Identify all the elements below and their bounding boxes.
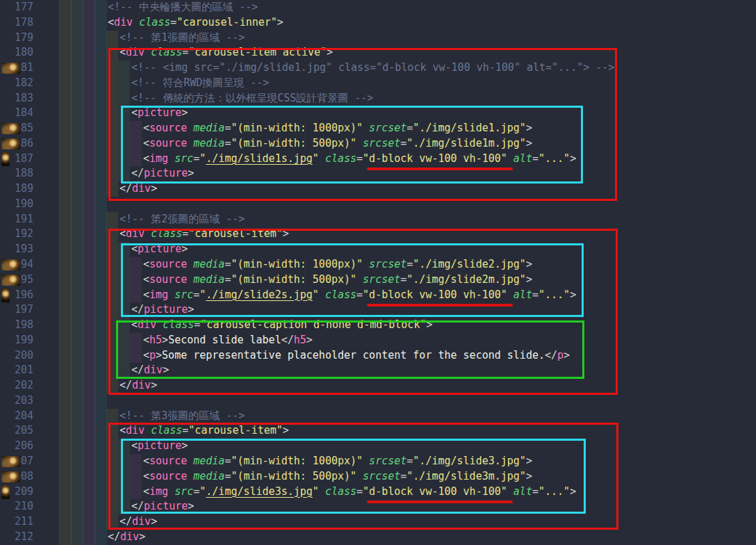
line-number[interactable]: 179 [0, 31, 33, 46]
code-line[interactable]: 193<picture> [0, 242, 756, 257]
code-line[interactable]: 198<div class="carousel-caption d-none d… [0, 318, 756, 333]
code-line[interactable]: 200<p>Some representative placeholder co… [0, 348, 756, 364]
indent-guide-block [130, 257, 142, 272]
code-line[interactable]: 205<div class="carousel-item"> [0, 423, 756, 439]
line-number[interactable]: 190 [0, 197, 33, 212]
image-preview-thumbnail [1, 456, 20, 467]
indent-guide-block [106, 166, 118, 181]
punctuation-token: = [400, 137, 406, 149]
code-line[interactable]: 195<source media="(min-width: 500px)" sr… [0, 272, 756, 288]
line-number[interactable]: 211 [0, 514, 33, 530]
code-line[interactable]: 188</picture> [0, 166, 756, 181]
code-line[interactable]: 185<source media="(min-width: 1000px)" s… [0, 121, 756, 136]
code-line[interactable]: 186<source media="(min-width: 500px)" sr… [0, 136, 756, 152]
line-number[interactable]: 212 [0, 530, 33, 545]
code-line[interactable]: 203 [0, 393, 756, 409]
code-line[interactable]: 197</picture> [0, 302, 756, 318]
punctuation-token: = [356, 152, 363, 165]
punctuation-token: > [526, 273, 532, 286]
code-line[interactable]: 182<!-- 符合RWD換圖呈現 --> [0, 76, 756, 91]
punctuation-token: </ [120, 379, 132, 391]
line-number[interactable]: 204 [0, 409, 33, 424]
line-number[interactable]: 199 [0, 333, 33, 348]
code-line[interactable]: 191<!-- 第2張圖的區域 --> [0, 212, 756, 227]
code-line[interactable]: 201</div> [0, 363, 756, 378]
image-preview-thumbnail [1, 123, 20, 134]
comment-token: <!-- 符合RWD換圖呈現 --> [131, 76, 269, 89]
line-number[interactable]: 183 [0, 91, 33, 106]
line-number[interactable]: 210 [0, 499, 33, 514]
code-line[interactable]: 208<source media="(min-width: 500px)" sr… [0, 469, 756, 485]
code-line[interactable]: 211</div> [0, 514, 756, 530]
tag-name-token: h5 [149, 334, 162, 346]
punctuation-token: < [143, 152, 149, 165]
line-number[interactable]: 178 [0, 15, 33, 31]
indent-guide-block [106, 363, 118, 378]
punctuation-token: > [526, 258, 532, 270]
code-text: <div class="carousel-item active"> [120, 45, 333, 60]
line-number[interactable]: 203 [0, 393, 33, 409]
code-line[interactable]: 187<img src="./img/slide1s.jpg" class="d… [0, 152, 756, 167]
punctuation-token: < [120, 424, 126, 437]
code-line[interactable]: 183<!-- 傳統的方法：以外框呈現CSS設計背景圖 --> [0, 91, 756, 106]
string-token: " [199, 485, 206, 498]
tag-name-token: picture [144, 167, 188, 179]
string-token: "d-block vw-100 vh-100" [363, 152, 507, 165]
code-line[interactable]: 206<picture> [0, 439, 756, 454]
code-lines[interactable]: 177<!-- 中央輪播大圖的區域 -->178<div class="caro… [0, 0, 756, 545]
line-number[interactable]: 206 [0, 439, 33, 454]
line-number[interactable]: 201 [0, 363, 33, 378]
code-line[interactable]: 212</div> [0, 530, 756, 545]
image-preview-thumbnail [1, 63, 20, 74]
code-line[interactable]: 204<!-- 第3張圖的區域 --> [0, 409, 756, 424]
line-number[interactable]: 182 [0, 76, 33, 91]
file-link-token[interactable]: ./img/slide2s.jpg [206, 288, 313, 301]
punctuation-token: </ [131, 364, 144, 376]
line-number[interactable]: 191 [0, 212, 33, 227]
line-number[interactable]: 177 [0, 0, 33, 15]
line-number[interactable]: 202 [0, 378, 33, 393]
code-line[interactable]: 190 [0, 197, 756, 212]
code-line[interactable]: 196<img src="./img/slide2s.jpg" class="d… [0, 288, 756, 303]
indent-guide-block [118, 469, 130, 485]
code-line[interactable]: 184<picture> [0, 106, 756, 121]
file-link-token[interactable]: ./img/slide1s.jpg [206, 152, 313, 165]
punctuation-token: < [131, 318, 138, 331]
line-number[interactable]: 188 [0, 166, 33, 181]
code-line[interactable]: 209<img src="./img/slide3s.jpg" class="d… [0, 485, 756, 500]
code-line[interactable]: 192<div class="carousel-item"> [0, 227, 756, 242]
line-number[interactable]: 192 [0, 227, 33, 242]
comment-token: <!-- 第2張圖的區域 --> [120, 213, 245, 225]
tag-name-token: div [126, 424, 145, 437]
code-line[interactable]: 177<!-- 中央輪播大圖的區域 --> [0, 0, 756, 15]
code-line[interactable]: 199<h5>Second slide label</h5> [0, 333, 756, 348]
indent-guide-block [118, 439, 130, 454]
attribute-name-token: srcset [363, 455, 406, 467]
punctuation-token: < [143, 122, 149, 134]
line-number[interactable]: 197 [0, 302, 33, 318]
line-number[interactable]: 205 [0, 423, 33, 439]
line-number[interactable]: 200 [0, 348, 33, 364]
code-line[interactable]: 179<!-- 第1張圖的區域 --> [0, 31, 756, 46]
line-number[interactable]: 184 [0, 106, 33, 121]
code-line[interactable]: 207<source media="(min-width: 1000px)" s… [0, 454, 756, 469]
code-line[interactable]: 189</div> [0, 181, 756, 197]
line-number[interactable]: 193 [0, 242, 33, 257]
code-line[interactable]: 178<div class="carousel-inner"> [0, 15, 756, 31]
string-token: "..." [539, 152, 570, 165]
file-link-token[interactable]: ./img/slide3s.jpg [206, 485, 313, 498]
string-token: "..." [539, 485, 570, 498]
code-line[interactable]: 194<source media="(min-width: 1000px)" s… [0, 257, 756, 272]
string-token: "./img/slide3.jpg" [413, 455, 526, 467]
code-line[interactable]: 180<div class="carousel-item active"> [0, 45, 756, 60]
indent-guide-block [106, 499, 118, 514]
punctuation-token: > [426, 318, 432, 331]
line-number[interactable]: 198 [0, 318, 33, 333]
attribute-name-token: alt [507, 485, 532, 498]
code-line[interactable]: 202</div> [0, 378, 756, 393]
code-line[interactable]: 181<!-- <img src="./img/slide1.jpg" clas… [0, 60, 756, 76]
line-number[interactable]: 189 [0, 181, 33, 197]
string-token: "carousel-inner" [176, 16, 277, 29]
code-line[interactable]: 210</picture> [0, 499, 756, 514]
line-number[interactable]: 180 [0, 45, 33, 60]
